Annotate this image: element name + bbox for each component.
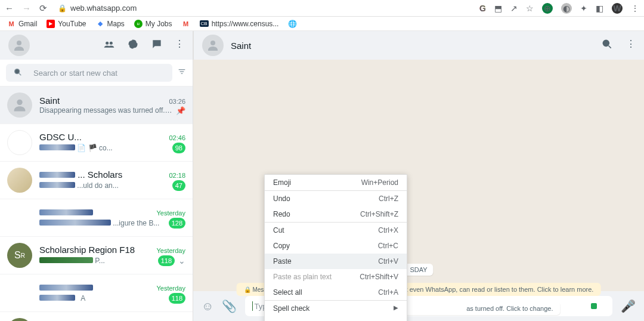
avatar-icon: [7, 280, 32, 305]
contact-name[interactable]: Saint: [231, 41, 251, 51]
lock-icon: 🔒: [58, 4, 67, 13]
bookmark-globe[interactable]: 🌐: [288, 20, 297, 28]
extensions-icon[interactable]: ✦: [580, 4, 587, 13]
bookmark-youtube[interactable]: ▶YouTube: [47, 20, 86, 28]
emoji-icon[interactable]: ☺: [202, 300, 213, 313]
ctx-copy[interactable]: CopyCtrl+C: [265, 238, 407, 254]
chat-item-scholars[interactable]: ... Scholars02:18 ...uld do an...47: [0, 162, 193, 199]
bookmark-census[interactable]: CBhttps://www.census...: [200, 20, 279, 28]
bookmark-myjobs[interactable]: uMy Jobs: [134, 20, 172, 28]
youtube-icon: ▶: [47, 20, 55, 28]
chat-sidebar: ⋮ Search or start new chat Saint03:26 Di…: [0, 31, 193, 321]
unread-badge: 128: [169, 218, 185, 229]
google-icon[interactable]: G: [479, 4, 486, 13]
avatar-icon: [7, 205, 32, 230]
forward-button[interactable]: →: [22, 3, 31, 13]
bookmark-gmail[interactable]: MGmail: [7, 20, 37, 28]
chat-item-3[interactable]: Yesterday ...igure the B...128: [0, 199, 193, 237]
gmail-icon: M: [7, 20, 16, 28]
ctx-select-all[interactable]: Select allCtrl+A: [265, 285, 407, 300]
search-chat-icon[interactable]: [601, 38, 613, 53]
chat-item-f18[interactable]: SR Scholarship Region F18Yesterday P...1…: [0, 237, 193, 274]
maps-icon: ◆: [96, 20, 104, 28]
avatar-icon: [7, 168, 32, 193]
unread-badge: 118: [169, 293, 185, 304]
bookmark-gmail2[interactable]: M: [182, 20, 190, 28]
status-icon[interactable]: [127, 38, 139, 53]
share-icon[interactable]: ↗: [510, 4, 518, 13]
lock-icon: 🔒 Mess: [244, 286, 267, 293]
unread-badge: 47: [172, 180, 185, 191]
search-placeholder: Search or start new chat: [33, 69, 117, 78]
new-chat-icon[interactable]: [151, 38, 163, 53]
back-button[interactable]: ←: [5, 3, 14, 13]
ctx-writing-direction[interactable]: Writing Direction▶: [265, 316, 407, 321]
chat-main: Saint ⋮ SDAY 🔒 Mess not even WhatsApp, c…: [193, 31, 644, 321]
ctx-paste[interactable]: PasteCtrl+V: [265, 254, 407, 269]
unread-badge: 118: [158, 255, 175, 266]
svg-line-12: [609, 46, 611, 48]
chat-item-saint[interactable]: Saint03:26 Disappearing messages was tur…: [0, 87, 193, 124]
date-pill: SDAY: [404, 264, 433, 276]
chevron-down-icon[interactable]: ⌄: [178, 256, 185, 266]
attach-icon[interactable]: 📎: [222, 299, 237, 313]
chat-item-a38[interactable]: SR Scholarship Region A38Yesterday NNPC-…: [0, 312, 193, 321]
search-row: Search or start new chat: [0, 60, 193, 87]
ctx-redo[interactable]: RedoCtrl+Shift+Z: [265, 206, 407, 222]
chat-list: Saint03:26 Disappearing messages was tur…: [0, 87, 193, 321]
install-icon[interactable]: ⬒: [494, 4, 502, 13]
text-caret: [252, 301, 253, 311]
svg-point-3: [129, 40, 137, 48]
chat-menu-icon[interactable]: ⋮: [626, 38, 636, 53]
profile-avatar-icon[interactable]: W: [612, 3, 623, 14]
ctx-undo[interactable]: UndoCtrl+Z: [265, 191, 407, 206]
gmail-icon: M: [182, 20, 190, 28]
menu-icon[interactable]: ⋮: [175, 38, 184, 53]
ctx-cut[interactable]: CutCtrl+X: [265, 223, 407, 238]
cb-icon: CB: [200, 20, 209, 27]
globe-icon: 🌐: [288, 20, 297, 28]
ctx-paste-as-plain-text: Paste as plain textCtrl+Shift+V: [265, 269, 407, 285]
context-menu: EmojiWin+PeriodUndoCtrl+ZRedoCtrl+Shift+…: [264, 174, 407, 321]
mic-icon[interactable]: 🎤: [621, 299, 636, 313]
bookmark-star-icon[interactable]: ☆: [526, 4, 534, 13]
kebab-menu-icon[interactable]: ⋮: [631, 4, 639, 13]
avatar-icon: SR: [7, 318, 32, 321]
extension-2-icon[interactable]: ◐: [561, 3, 572, 14]
svg-point-9: [17, 100, 22, 105]
avatar-icon: SR: [7, 243, 32, 268]
ctx-spell-check[interactable]: Spell check▶: [265, 301, 407, 316]
unread-badge: 98: [172, 143, 185, 153]
browser-toolbar: ← → ⟳ 🔒 web.whatsapp.com G ⬒ ↗ ☆ ⊕ ◐ ✦ ◧…: [0, 0, 644, 17]
chat-header: Saint ⋮: [193, 31, 644, 60]
bookmarks-bar: MGmail ▶YouTube ◆Maps uMy Jobs M CBhttps…: [0, 17, 644, 31]
communities-icon[interactable]: [103, 38, 115, 53]
extension-1-icon[interactable]: ⊕: [542, 3, 553, 14]
bookmark-maps[interactable]: ◆Maps: [96, 20, 125, 28]
upwork-icon: u: [134, 20, 143, 28]
svg-point-2: [110, 42, 113, 45]
avatar-icon: [7, 130, 32, 155]
search-icon: [13, 67, 23, 79]
search-input[interactable]: Search or start new chat: [6, 64, 172, 82]
contact-avatar[interactable]: [202, 35, 224, 56]
chat-item-gdsc[interactable]: GDSC U...02:46 📄 🏴 co...98: [0, 124, 193, 162]
avatar-icon: [7, 92, 32, 118]
my-avatar[interactable]: [8, 35, 30, 56]
chevron-right-icon: ▶: [394, 304, 398, 313]
indicator-icon: [591, 303, 597, 309]
ctx-emoji[interactable]: EmojiWin+Period: [265, 175, 407, 190]
sidebar-header: ⋮: [0, 31, 193, 60]
chat-item-5[interactable]: Yesterday A118: [0, 274, 193, 312]
svg-line-5: [19, 73, 21, 75]
messages-area: SDAY 🔒 Mess not even WhatsApp, can read …: [193, 60, 644, 291]
url-text: web.whatsapp.com: [70, 4, 137, 13]
pin-icon: 📌: [176, 106, 185, 115]
svg-point-10: [210, 41, 215, 45]
reload-button[interactable]: ⟳: [39, 3, 47, 14]
address-bar[interactable]: 🔒 web.whatsapp.com: [58, 4, 137, 13]
svg-point-1: [106, 42, 109, 45]
svg-point-4: [15, 69, 20, 73]
filter-icon[interactable]: [177, 67, 187, 79]
panel-icon[interactable]: ◧: [596, 4, 603, 13]
